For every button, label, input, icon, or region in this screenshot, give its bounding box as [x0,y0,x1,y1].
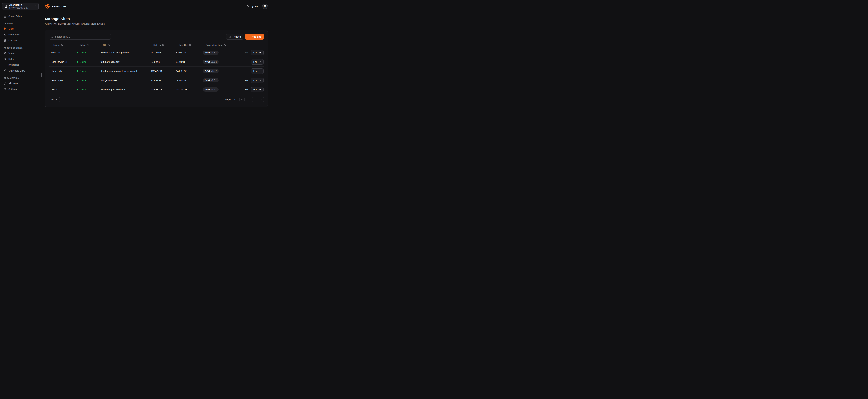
table-toolbar: Refresh Add Site [49,34,264,39]
column-header-site[interactable]: Site [98,44,111,47]
edit-button[interactable]: Edit [251,50,264,55]
edit-button-label: Edit [253,52,257,54]
row-menu-button[interactable]: ⋯ [245,87,249,92]
connection-type-badge: Newt v1.3.2 [203,51,219,55]
add-site-button[interactable]: Add Site [245,34,264,39]
page-title: Manage Sites [45,17,268,21]
online-status-label: Online [80,61,87,63]
sort-icon [108,44,111,46]
arrow-right-icon [259,79,261,82]
brand-name: PANGOLIN [52,5,66,8]
first-page-button[interactable] [239,97,245,102]
sidebar-item-shareable-links[interactable]: Shareable Links [2,68,38,73]
cell-data-out: 52.02 MB [174,52,201,54]
topbar: PANGOLIN System M [45,0,268,12]
add-site-label: Add Site [252,35,261,38]
column-header-name[interactable]: Name [49,44,63,47]
chevron-right-icon [254,98,256,101]
connection-type-badge: Newt v1.3.2 [203,69,219,73]
page-subtitle: Allow connectivity to your network throu… [45,23,268,25]
connection-type-badge: Newt v1.3.2 [203,60,219,64]
online-status-label: Online [80,70,87,72]
edit-button[interactable]: Edit [251,68,264,74]
search-box [49,34,111,39]
sidebar-item-settings[interactable]: Settings [2,87,38,92]
edit-button[interactable]: Edit [251,59,264,65]
chevrons-right-icon [260,98,262,101]
row-menu-button[interactable]: ⋯ [245,51,249,55]
online-status-label: Online [80,52,87,54]
previous-page-button[interactable] [246,97,251,102]
sidebar-item-label: API Keys [8,82,18,85]
sidebar-item-roles[interactable]: Roles [2,56,38,62]
table-footer: 20 Page 1 of 1 [49,97,264,102]
edit-button-label: Edit [253,79,257,82]
sidebar-item-invitations[interactable]: Invitations [2,62,38,67]
sidebar-item-label: Invitations [8,64,19,66]
cell-name: Jeff's Laptop [49,79,75,82]
user-icon [4,52,6,55]
sidebar-item-server-admin[interactable]: Server Admin [2,13,38,19]
column-header-data-out[interactable]: Data Out [174,44,191,47]
sort-icon [189,44,191,46]
sites-card: Refresh Add Site Name Online Site [45,30,268,107]
waypoints-icon [4,33,6,36]
pagination: Page 1 of 1 [225,97,264,102]
column-header-connection-type[interactable]: Connection Type [201,44,226,47]
online-status-dot [77,89,78,90]
avatar[interactable]: M [262,4,268,9]
key-icon [4,82,6,85]
next-page-button[interactable] [252,97,257,102]
arrow-right-icon [259,88,261,91]
online-status-label: Online [80,79,87,82]
sidebar-item-sites[interactable]: Sites [2,26,38,31]
sort-icon [87,44,90,46]
refresh-button[interactable]: Refresh [226,34,243,39]
row-menu-button[interactable]: ⋯ [245,60,249,64]
brand[interactable]: PANGOLIN [45,4,66,9]
sites-combine-icon [4,27,6,30]
connection-type-version: v1.3.2 [211,79,217,82]
edit-button[interactable]: Edit [251,78,264,83]
connection-type-version: v1.3.2 [211,52,217,54]
cell-data-in: 30.12 MB [149,52,174,54]
sidebar-item-domains[interactable]: Domains [2,38,38,43]
arrow-right-icon [259,70,261,72]
cell-actions: ⋯ Edit [242,59,264,65]
last-page-button[interactable] [259,97,264,102]
sidebar-item-label: Settings [8,88,17,90]
connection-type-version: v1.3.2 [211,70,217,72]
org-selector[interactable]: Organization milo@fossorial.io's ... [2,3,38,10]
cell-online: Online [75,79,98,82]
edit-button[interactable]: Edit [251,87,264,92]
page-size-select[interactable]: 20 [49,97,60,102]
table-row: Edge Device 01 Online fortunate-cape-fox… [49,57,264,66]
ticket-check-icon [4,64,6,66]
chevrons-left-icon [241,98,243,101]
cell-site: smug-brown-rat [98,79,149,82]
cell-name: Home Lab [49,70,75,72]
column-header-data-in[interactable]: Data In [149,44,164,47]
cell-actions: ⋯ Edit [242,78,264,83]
row-menu-button[interactable]: ⋯ [245,78,249,83]
search-input[interactable] [55,35,109,38]
sidebar-item-label: Domains [8,39,18,42]
cell-actions: ⋯ Edit [242,87,264,92]
theme-toggle-button[interactable]: System [246,5,258,8]
chevrons-up-down-icon [34,5,37,8]
cell-data-in: 12.65 GB [149,79,174,82]
refresh-icon [229,36,231,38]
table-row: Office Online welcome-giant-mole-rat 534… [49,85,264,94]
row-menu-button[interactable]: ⋯ [245,69,249,73]
sidebar-item-users[interactable]: Users [2,50,38,56]
sidebar-item-label: Resources [8,33,20,36]
cell-connection-type: Newt v1.3.2 [201,69,242,73]
cell-site: welcome-giant-mole-rat [98,88,149,91]
section-label-organization: ORGANIZATION [4,77,37,79]
sidebar-item-api-keys[interactable]: API Keys [2,81,38,86]
column-header-online[interactable]: Online [75,44,90,47]
sidebar-item-resources[interactable]: Resources [2,32,38,37]
cell-site: fortunate-cape-fox [98,61,149,63]
link-icon [4,69,6,72]
arrow-right-icon [259,61,261,63]
